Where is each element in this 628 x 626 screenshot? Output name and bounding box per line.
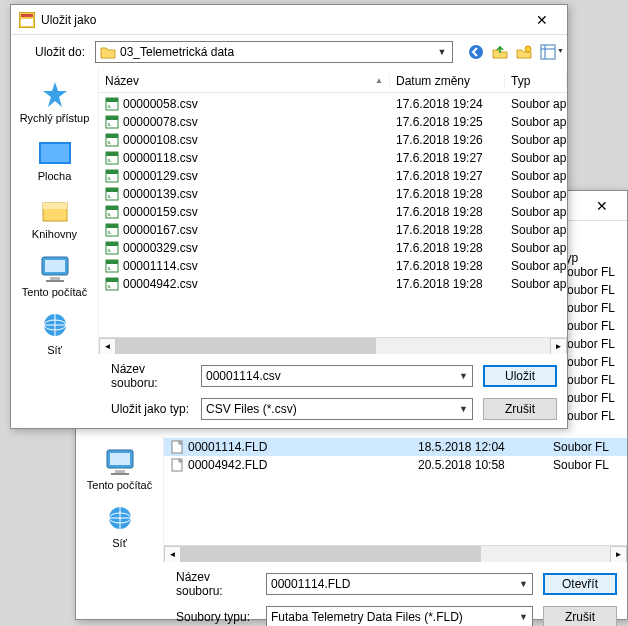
folder-select[interactable]: 03_Telemetrická data ▼ <box>95 41 453 63</box>
file-row[interactable]: a,00000329.csv17.6.2018 19:28Soubor ap <box>99 239 567 257</box>
file-date: 20.5.2018 10:58 <box>412 458 547 472</box>
file-row[interactable]: a,00000118.csv17.6.2018 19:27Soubor ap <box>99 149 567 167</box>
open-filename-input[interactable]: 00001114.FLD▼ <box>266 573 533 595</box>
svg-rect-15 <box>41 144 69 162</box>
save-filename-label: Název souboru: <box>21 362 191 390</box>
scroll-left-icon[interactable]: ◄ <box>164 546 181 562</box>
place-desktop[interactable]: Plocha <box>15 133 95 189</box>
svg-rect-28 <box>106 116 118 120</box>
place-libraries-label: Knihovny <box>16 228 94 240</box>
open-filelist: 00001114.FLD18.5.2018 12:04Soubor FL0000… <box>164 436 627 562</box>
file-type: Soubor ap <box>505 97 567 111</box>
file-row[interactable]: a,00004942.csv17.6.2018 19:28Soubor ap <box>99 275 567 293</box>
open-filetype-select[interactable]: Futaba Telemetry Data Files (*.FLD)▼ <box>266 606 533 626</box>
place-quick-access[interactable]: Rychlý přístup <box>15 75 95 131</box>
save-button[interactable]: Uložit <box>483 365 557 387</box>
file-name: 00000329.csv <box>123 241 198 255</box>
svg-text:a,: a, <box>108 211 112 217</box>
file-row[interactable]: a,00000058.csv17.6.2018 19:24Soubor ap <box>99 95 567 113</box>
open-filetype-label: Soubory typu: <box>86 610 256 624</box>
place-quick-label: Rychlý přístup <box>16 112 94 124</box>
file-type: Soubor FL <box>547 440 627 454</box>
save-title: Uložit jako <box>41 13 521 27</box>
svg-text:a,: a, <box>108 175 112 181</box>
file-type: Soubor ap <box>505 223 567 237</box>
file-name: 00000167.csv <box>123 223 198 237</box>
file-row[interactable]: a,00000139.csv17.6.2018 19:28Soubor ap <box>99 185 567 203</box>
scroll-right-icon[interactable]: ► <box>550 338 567 354</box>
place-libraries[interactable]: Knihovny <box>15 191 95 247</box>
csv-file-icon: a, <box>105 169 119 183</box>
chevron-down-icon[interactable]: ▼ <box>434 42 450 62</box>
save-cancel-button[interactable]: Zrušit <box>483 398 557 420</box>
svg-rect-9 <box>21 14 33 17</box>
open-cancel-button[interactable]: Zrušit <box>543 606 617 626</box>
file-name: 00000118.csv <box>123 151 198 165</box>
csv-file-icon: a, <box>105 223 119 237</box>
svg-rect-37 <box>106 170 118 174</box>
file-name: 00001114.FLD <box>188 440 267 454</box>
back-icon[interactable] <box>467 43 485 61</box>
svg-rect-1 <box>110 453 130 465</box>
file-type: Soubor ap <box>505 241 567 255</box>
file-row[interactable]: 00004942.FLD20.5.2018 10:58Soubor FL <box>164 456 627 474</box>
csv-file-icon: a, <box>105 259 119 273</box>
svg-point-11 <box>469 45 483 59</box>
up-one-level-icon[interactable] <box>491 43 509 61</box>
csv-file-icon: a, <box>105 277 119 291</box>
place-network[interactable]: Síť <box>80 500 160 556</box>
file-type: Soubor ap <box>505 151 567 165</box>
open-button[interactable]: Otevřít <box>543 573 617 595</box>
svg-rect-20 <box>50 277 60 280</box>
place-network-label: Síť <box>81 537 159 549</box>
scroll-right-icon[interactable]: ► <box>610 546 627 562</box>
save-filetype-select[interactable]: CSV Files (*.csv)▼ <box>201 398 473 420</box>
file-date: 17.6.2018 19:27 <box>390 151 505 165</box>
open-filename-label: Název souboru: <box>86 570 256 598</box>
csv-file-icon: a, <box>105 97 119 111</box>
file-name: 00001114.csv <box>123 259 198 273</box>
csv-file-icon: a, <box>105 205 119 219</box>
file-row[interactable]: a,00000167.csv17.6.2018 19:28Soubor ap <box>99 221 567 239</box>
file-type: Soubor ap <box>505 133 567 147</box>
file-row[interactable]: a,00001114.csv17.6.2018 19:28Soubor ap <box>99 257 567 275</box>
svg-text:a,: a, <box>108 121 112 127</box>
close-icon[interactable]: ✕ <box>521 8 563 32</box>
save-filename-input[interactable]: 00001114.csv▼ <box>201 365 473 387</box>
col-date[interactable]: Datum změny <box>390 74 505 88</box>
place-computer[interactable]: Tento počítač <box>80 442 160 498</box>
open-places: Tento počítač Síť <box>76 436 164 562</box>
col-type[interactable]: Typ <box>505 74 567 88</box>
place-network[interactable]: Síť <box>15 307 95 363</box>
svg-rect-2 <box>115 470 125 473</box>
place-computer[interactable]: Tento počítač <box>15 249 95 305</box>
scroll-left-icon[interactable]: ◄ <box>99 338 116 354</box>
file-row[interactable]: 00001114.FLD18.5.2018 12:04Soubor FL <box>164 438 627 456</box>
file-name: 00000129.csv <box>123 169 198 183</box>
file-date: 17.6.2018 19:28 <box>390 187 505 201</box>
svg-rect-21 <box>46 280 64 282</box>
svg-rect-52 <box>106 260 118 264</box>
col-name[interactable]: Název▲ <box>99 74 390 88</box>
view-menu-icon[interactable]: ▼ <box>539 43 557 61</box>
file-row[interactable]: a,00000129.csv17.6.2018 19:27Soubor ap <box>99 167 567 185</box>
close-icon[interactable]: ✕ <box>581 194 623 218</box>
svg-point-12 <box>525 46 531 52</box>
svg-text:a,: a, <box>108 103 112 109</box>
place-computer-label: Tento počítač <box>81 479 159 491</box>
open-hscroll[interactable]: ◄ ► <box>164 545 627 562</box>
file-row[interactable]: a,00000159.csv17.6.2018 19:28Soubor ap <box>99 203 567 221</box>
new-folder-icon[interactable] <box>515 43 533 61</box>
svg-rect-25 <box>106 98 118 102</box>
file-name: 00004942.FLD <box>188 458 267 472</box>
place-computer-label: Tento počítač <box>16 286 94 298</box>
svg-rect-10 <box>21 19 33 26</box>
csv-file-icon: a, <box>105 187 119 201</box>
file-row[interactable]: a,00000078.csv17.6.2018 19:25Soubor ap <box>99 113 567 131</box>
save-filetype-label: Uložit jako typ: <box>21 402 191 416</box>
save-hscroll[interactable]: ◄ ► <box>99 337 567 354</box>
svg-text:a,: a, <box>108 193 112 199</box>
file-row[interactable]: a,00000108.csv17.6.2018 19:26Soubor ap <box>99 131 567 149</box>
file-type: Soubor ap <box>505 187 567 201</box>
file-date: 17.6.2018 19:28 <box>390 259 505 273</box>
